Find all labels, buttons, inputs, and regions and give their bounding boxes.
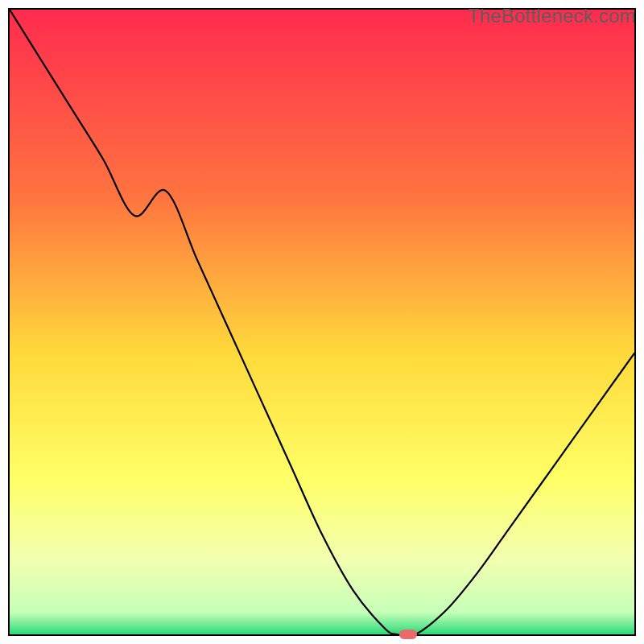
chart-container: TheBottleneck.com — [0, 0, 644, 644]
chart-svg — [10, 10, 634, 634]
plot-area — [8, 8, 636, 636]
watermark-text: TheBottleneck.com — [468, 5, 636, 27]
optimal-marker — [399, 630, 417, 639]
gradient-background — [10, 10, 634, 634]
